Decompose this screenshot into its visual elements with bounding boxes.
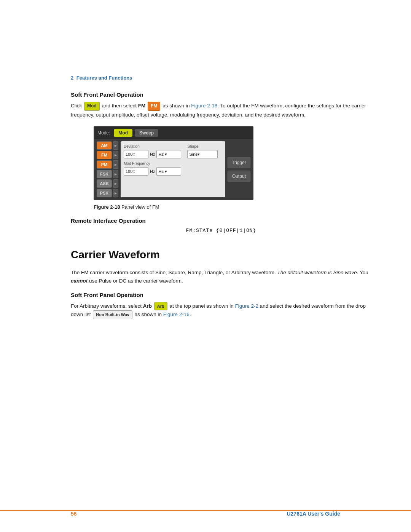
ask-button[interactable]: ASK xyxy=(97,179,112,188)
mod-tab[interactable]: Mod xyxy=(114,129,132,137)
shape-input-row: Sine ▾ xyxy=(187,150,218,158)
mod-freq-group: Mod Frequency 100 ▲▼ Hz Hz ▾ xyxy=(124,161,222,176)
deviation-label: Deviation xyxy=(124,144,181,149)
psk-button[interactable]: PSK xyxy=(97,189,112,197)
shape-select[interactable]: Sine ▾ xyxy=(187,150,218,158)
content-area: Soft Front Panel Operation Click Mod and… xyxy=(71,91,371,324)
shape-group: Shape Sine ▾ xyxy=(187,144,218,158)
fsk-row: FSK xyxy=(97,170,118,178)
fm-button[interactable]: FM xyxy=(97,151,112,159)
sfp2-before: For Arbitrary waveforms, select xyxy=(71,303,142,309)
mod-freq-input[interactable]: 100 ▲▼ xyxy=(124,167,148,176)
footer-page-number: 56 xyxy=(71,511,77,517)
sweep-tab[interactable]: Sweep xyxy=(135,129,158,137)
carrier-body2: You xyxy=(360,270,368,275)
panel-body: AM FM PM FSK xyxy=(94,139,253,200)
fsk-mini-btn[interactable] xyxy=(113,170,118,178)
deviation-spinner[interactable]: ▲▼ xyxy=(133,152,135,157)
figure-number: 2-18 xyxy=(110,204,120,210)
fsk-button[interactable]: FSK xyxy=(97,170,112,178)
mod-freq-input-row: 100 ▲▼ Hz Hz ▾ xyxy=(124,167,222,176)
panel-right-buttons: Trigger Output xyxy=(228,141,250,197)
fm-row: FM xyxy=(97,151,118,159)
ask-row: ASK xyxy=(97,179,118,188)
footer-guide-title: U2761A User's Guide xyxy=(287,511,340,517)
trigger-button[interactable]: Trigger xyxy=(228,157,250,168)
mode-label: Mode: xyxy=(97,130,110,136)
page-footer: 56 U2761A User's Guide xyxy=(0,510,411,517)
remote-code: FM:STATe {0|OFF|1|ON} xyxy=(71,228,371,233)
figure-2-18-link[interactable]: Figure 2-18 xyxy=(191,103,217,109)
mod-freq-value: 100 xyxy=(126,169,132,174)
sfp-paragraph-2: For Arbitrary waveforms, select Arb Arb … xyxy=(71,302,371,319)
carrier-cannot: cannot xyxy=(71,278,88,284)
deviation-value: 100 xyxy=(126,152,132,157)
pm-row: PM xyxy=(97,160,118,169)
figure-2-2-link[interactable]: Figure 2-2 xyxy=(235,303,258,309)
panel-center: Deviation 100 ▲▼ Hz Hz ▾ xyxy=(121,141,225,197)
fm-mini-btn[interactable] xyxy=(113,151,118,159)
mod-freq-label: Mod Frequency xyxy=(124,161,222,166)
shape-label: Shape xyxy=(187,144,218,149)
para1-between: and then select xyxy=(102,103,137,109)
soft-front-panel-heading-1: Soft Front Panel Operation xyxy=(71,91,371,98)
output-button[interactable]: Output xyxy=(228,171,250,182)
deviation-unit-select[interactable]: Hz ▾ xyxy=(156,150,181,158)
am-button[interactable]: AM xyxy=(97,141,112,150)
am-row: AM xyxy=(97,141,118,150)
mod-freq-unit: Hz xyxy=(150,169,155,174)
figure-caption-2-18: Figure 2-18 Panel view of FM xyxy=(94,204,371,210)
deviation-unit: Hz xyxy=(150,152,155,157)
ask-mini-btn[interactable] xyxy=(113,179,118,188)
carrier-body-paragraph: The FM carrier waveform consists of Sine… xyxy=(71,268,371,286)
breadcrumb: 2 Features and Functions xyxy=(71,75,132,81)
carrier-body3: use Pulse or DC as the carrier waveform. xyxy=(89,278,183,284)
deviation-input[interactable]: 100 ▲▼ xyxy=(124,150,148,158)
fm-button-inline: FM xyxy=(148,102,160,111)
deviation-group: Deviation 100 ▲▼ Hz Hz ▾ xyxy=(124,144,181,158)
mod-button-inline: Mod xyxy=(84,102,100,111)
para1-after: as shown in xyxy=(162,103,190,109)
psk-mini-btn[interactable] xyxy=(113,189,118,197)
figure-2-16-link[interactable]: Figure 2-16 xyxy=(163,312,190,317)
carrier-body-text: The FM carrier waveform consists of Sine… xyxy=(71,270,276,275)
sfp2-final: . xyxy=(190,312,191,317)
panel-topbar: Mode: Mod Sweep xyxy=(94,127,253,139)
shape-value: Sine xyxy=(189,152,198,157)
breadcrumb-section: Features and Functions xyxy=(76,75,132,81)
sfp-paragraph-1: Click Mod and then select FM FM as shown… xyxy=(71,102,371,119)
remote-interface-heading: Remote Interface Operation xyxy=(71,217,371,224)
panel-screenshot: Mode: Mod Sweep AM FM PM xyxy=(94,126,253,200)
sfp2-end: as shown in xyxy=(135,312,162,317)
para1-before-mod: Click xyxy=(71,103,82,109)
chapter-number: 2 xyxy=(71,75,73,81)
am-mini-btn[interactable] xyxy=(113,141,118,150)
sfp2-middle: at the top panel as shown in xyxy=(170,303,234,309)
mod-freq-spinner[interactable]: ▲▼ xyxy=(133,169,135,174)
arb-button-inline: Arb xyxy=(154,302,167,310)
page-container: 2 Features and Functions Soft Front Pane… xyxy=(0,0,411,532)
soft-front-panel-heading-2: Soft Front Panel Operation xyxy=(71,292,371,298)
pm-button[interactable]: PM xyxy=(97,160,112,169)
mod-freq-unit-select[interactable]: Hz ▾ xyxy=(156,167,181,176)
carrier-italic: The default waveform is Sine wave. xyxy=(277,270,358,275)
carrier-waveform-heading: Carrier Waveform xyxy=(71,245,371,261)
nonbuilt-dropdown-inline: Non Built-in Wav xyxy=(93,310,132,319)
pm-mini-btn[interactable] xyxy=(113,160,118,169)
panel-left-buttons: AM FM PM FSK xyxy=(97,141,118,197)
deviation-input-row: 100 ▲▼ Hz Hz ▾ xyxy=(124,150,181,158)
psk-row: PSK xyxy=(97,189,118,197)
